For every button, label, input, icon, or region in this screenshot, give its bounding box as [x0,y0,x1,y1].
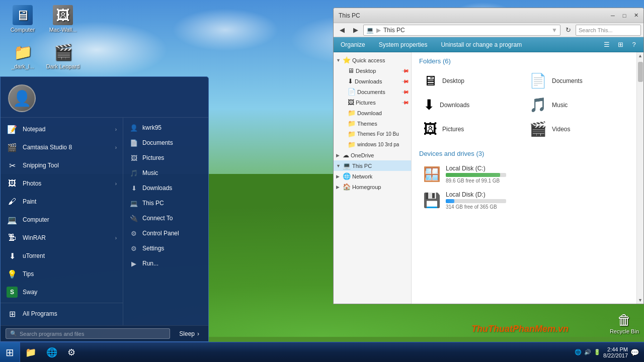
menu-item-notepad[interactable]: 📝 Notepad › [1,120,123,138]
address-bar[interactable]: 💻 ▶ This PC ▼ [363,25,560,36]
tree-item-onedrive[interactable]: ▶ ☁ OneDrive [334,150,411,160]
recycle-bin[interactable]: 🗑 Recycle Bin [610,312,639,334]
folder-item-downloads[interactable]: ⬇ Downloads [419,94,523,116]
drive-d-space: 314 GB free of 365 GB [446,204,625,210]
folder-item-music[interactable]: 🎵 Music [525,94,629,116]
right-item-label: Downloads [142,185,172,192]
start-button[interactable]: ⊞ [0,342,20,363]
desktop-icon-macwall[interactable]: Mac-Wall... [45,5,80,33]
drive-item-c[interactable]: 🪟 Local Disk (C:) 89.6 GB free of 99.1 G… [419,162,629,186]
close-button[interactable]: ✕ [631,11,641,20]
tree-item-themes[interactable]: 📁 Themes [334,118,411,129]
tree-item-documents[interactable]: 📄 Documents 📌 [334,86,411,97]
organize-button[interactable]: Organize [338,40,368,50]
system-clock[interactable]: 2:44 PM 8/22/2017 [603,346,628,358]
tree-item-downloads[interactable]: ⬇ Downloads 📌 [334,76,411,86]
menu-item-tips[interactable]: 💡 Tips [1,265,123,283]
notepad-icon: 📝 [7,124,18,135]
arrow-icon: › [115,235,117,241]
start-menu-left: 📝 Notepad › 🎬 Camtasia Studio 8 › ✂ Snip… [1,118,123,325]
right-item-settings[interactable]: ⚙ Settings [123,241,208,256]
pin-icon: 📌 [401,98,410,106]
menu-item-utorrent[interactable]: ⬇ uTorrent [1,247,123,265]
desktop: Computer Mac-Wall... _dark_l... Dark Leo… [0,0,644,362]
drive-item-d[interactable]: 💾 Local Disk (D:) 314 GB free of 365 GB [419,189,629,212]
taskbar-settings-icon: ⚙ [67,347,75,358]
taskbar-item-explorer[interactable]: 📁 [21,344,40,360]
taskbar-item-chrome[interactable]: 🌐 [42,344,61,360]
download-folder-icon: 📁 [348,109,356,117]
tree-item-download-folder[interactable]: 📁 Download [334,108,411,118]
arrow-icon: › [115,145,117,150]
search-input[interactable]: Search This... [576,25,641,36]
right-item-connect[interactable]: 🔌 Connect To [123,211,208,226]
menu-item-winrar[interactable]: 🗜 WinRAR › [1,229,123,247]
battery-tray-icon[interactable]: 🔋 [594,349,601,355]
forward-button[interactable]: ▶ [350,25,362,36]
right-item-documents[interactable]: 📄 Documents [123,135,208,150]
scroll-thumb[interactable] [638,62,643,82]
folder-grid: 🖥 Desktop 📄 Documents ⬇ Downloads 🎵 Musi… [419,70,629,140]
tree-item-pictures[interactable]: 🖼 Pictures 📌 [334,97,411,108]
menu-item-sway[interactable]: S Sway [1,283,123,301]
tree-item-homegroup[interactable]: ▶ 🏠 Homegroup [334,182,411,192]
menu-item-photos[interactable]: 🖼 Photos › [1,174,123,193]
right-item-thispc[interactable]: 💻 This PC [123,196,208,211]
clock-date: 8/22/2017 [603,352,628,358]
folder-item-desktop[interactable]: 🖥 Desktop [419,70,523,92]
tree-item-thispc[interactable]: ▼ 💻 This PC [334,160,411,171]
right-item-label: Settings [142,245,164,252]
taskbar-item-settings[interactable]: ⚙ [63,344,79,360]
tree-item-themes-for-10[interactable]: 📁 Themes For 10 Bu [334,129,411,139]
uninstall-button[interactable]: Uninstall or change a program [438,40,525,50]
ribbon-icon-btn-help[interactable]: ? [628,39,639,50]
music-right-icon: 🎵 [129,168,138,177]
camtasia-icon: 🎬 [7,142,18,153]
menu-item-snipping[interactable]: ✂ Snipping Tool [1,156,123,174]
tree-item-network[interactable]: ▶ 🌐 Network [334,171,411,182]
start-menu-footer: 🔍 Search programs and files Sleep › [1,325,208,341]
folder-item-pictures[interactable]: 🖼 Pictures [419,118,523,140]
desktop-icon-dark-leopard[interactable]: Dark Leopard [45,42,80,69]
desktop-icon-dark-l[interactable]: _dark_l... [5,42,40,69]
scroll-up-arrow[interactable]: ▲ [637,52,644,59]
tree-item-quick-access[interactable]: ▼ ⭐ Quick access [334,55,411,65]
thispc-right-icon: 💻 [129,199,138,208]
system-properties-button[interactable]: System properties [376,40,431,50]
menu-item-camtasia[interactable]: 🎬 Camtasia Studio 8 › [1,138,123,156]
menu-item-all-programs[interactable]: ⊞ All Programs [1,305,123,323]
tree-item-desktop[interactable]: 🖥 Desktop 📌 [334,65,411,76]
desktop-icon-computer[interactable]: Computer [5,5,40,33]
volume-tray-icon[interactable]: 🔊 [584,349,591,355]
search-icon: 🔍 [10,330,17,337]
arrow-icon: › [115,127,117,132]
menu-item-computer[interactable]: 💻 Computer [1,211,123,229]
right-item-run[interactable]: ▶ Run... [123,256,208,271]
notification-center-icon[interactable]: 💬 [630,348,639,356]
back-button[interactable]: ◀ [336,25,348,36]
documents-tree-icon: 📄 [348,88,356,96]
right-item-pictures[interactable]: 🖼 Pictures [123,150,208,165]
network-tray-icon[interactable]: 🌐 [575,349,582,355]
folder-item-videos[interactable]: 🎬 Videos [525,118,629,140]
sleep-button[interactable]: Sleep › [175,329,203,339]
refresh-button[interactable]: ↻ [562,25,574,36]
tree-item-windows10-3rd[interactable]: 📁 windows 10 3rd pa [334,139,411,150]
menu-item-paint[interactable]: 🖌 Paint [1,193,123,211]
right-item-music[interactable]: 🎵 Music [123,165,208,180]
folder-item-documents[interactable]: 📄 Documents [525,70,629,92]
computer-menu-icon: 💻 [7,214,18,225]
maximize-button[interactable]: □ [619,11,629,20]
ribbon-icon-btn-2[interactable]: ⊞ [615,39,626,50]
right-item-user[interactable]: 👤 kwrk95 [123,120,208,135]
taskbar-right: 🌐 🔊 🔋 2:44 PM 8/22/2017 💬 [575,346,644,358]
scroll-down-arrow[interactable]: ▼ [637,297,644,304]
search-bar[interactable]: 🔍 Search programs and files [6,328,170,339]
minimize-button[interactable]: ─ [608,11,618,20]
folder-item-label: Music [552,102,568,109]
folder-item-label: Desktop [442,77,464,84]
ribbon-icon-btn-1[interactable]: ☰ [601,39,612,50]
right-item-controlpanel[interactable]: ⚙ Control Panel [123,226,208,241]
vertical-scrollbar[interactable]: ▲ ▼ [636,52,643,304]
right-item-downloads[interactable]: ⬇ Downloads [123,180,208,196]
